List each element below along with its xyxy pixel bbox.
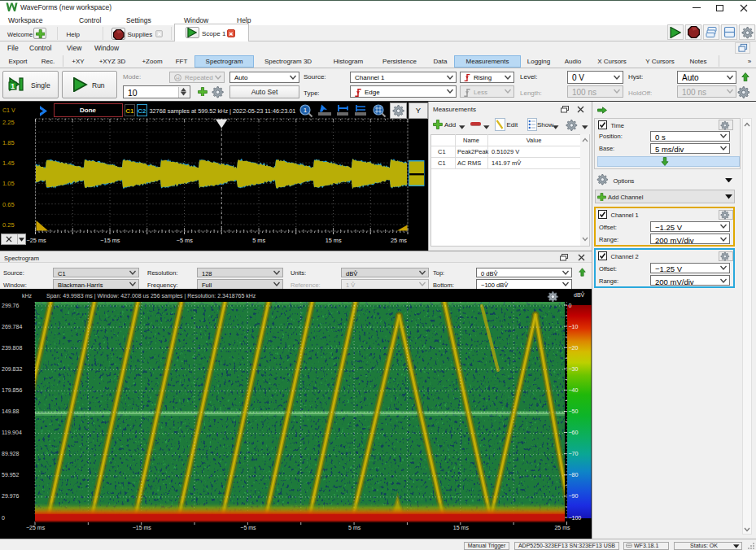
svg-text:H: H — [176, 76, 179, 81]
svg-text:1: 1 — [11, 82, 15, 90]
